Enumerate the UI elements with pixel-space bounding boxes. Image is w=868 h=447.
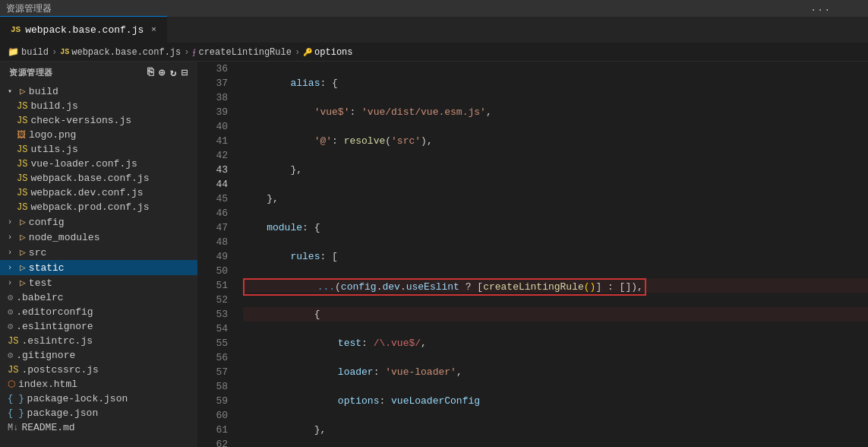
sidebar-header: 资源管理器 ⎘ ⊕ ↻ ⊟ [0,62,197,84]
code-line-44: { [243,307,868,322]
json-icon: { } [8,408,24,419]
line-numbers: 36 37 38 39 40 41 42 43 44 45 46 47 48 4… [197,62,235,447]
tab-bar: JS webpack.base.conf.js × [0,17,868,43]
tree-item-babelrc[interactable]: ⚙ .babelrc [0,290,197,305]
chevron-right-icon: › [8,233,17,242]
code-line-38: '@': resolve('src'), [243,134,868,148]
chevron-down-icon: ▾ [8,87,17,96]
code-editor[interactable]: alias: { 'vue$': 'vue/dist/vue.esm.js', … [235,62,868,447]
folder-icon: ▷ [20,216,26,228]
code-line-48: }, [243,423,868,437]
js-icon: JS [17,188,27,198]
folder-icon: ▷ [20,277,26,289]
chevron-right-icon: › [8,264,17,272]
chevron-right-icon: › [8,249,17,257]
dot-file-icon: ⚙ [8,350,13,361]
new-file-icon[interactable]: ⎘ [147,66,154,79]
editor-tab[interactable]: JS webpack.base.conf.js × [0,16,167,43]
tree-item-eslintrc[interactable]: JS .eslintrc.js [0,334,197,348]
json-icon: { } [8,394,24,404]
bc-func-icon: ⨍ [192,48,196,57]
tree-item-logo[interactable]: 🖼 logo.png [0,128,197,142]
tree-item-config[interactable]: › ▷ config [0,214,197,230]
code-line-47: options: vueLoaderConfig [243,394,868,408]
code-line-39: }, [243,163,868,177]
collapse-icon[interactable]: ⊟ [181,66,188,79]
tree-item-package-json[interactable]: { } package.json [0,406,197,420]
code-line-37: 'vue$': 'vue/dist/vue.esm.js', [243,105,868,119]
bc-js-icon: JS [60,48,69,56]
tree-item-src[interactable]: › ▷ src [0,245,197,260]
dot-file-icon: ⚙ [8,292,13,303]
breadcrumb-options[interactable]: 🔑 options [303,47,352,58]
tree-item-readme[interactable]: M↓ README.md [0,420,197,435]
code-line-40: }, [243,192,868,206]
md-icon: M↓ [8,423,18,433]
dot-file-icon: ⚙ [8,306,13,318]
folder-icon: ▷ [20,85,26,97]
chevron-right-icon: › [8,218,17,227]
js-icon: JS [17,159,27,170]
html-icon: ⬡ [8,379,15,390]
tree-item-gitignore[interactable]: ⚙ .gitignore [0,348,197,363]
code-container[interactable]: 36 37 38 39 40 41 42 43 44 45 46 47 48 4… [197,62,868,447]
code-line-46: loader: 'vue-loader', [243,365,868,379]
code-line-36: alias: { [243,76,868,90]
tree-item-static[interactable]: › ▷ static [0,260,197,275]
tab-close-button[interactable]: × [151,25,156,34]
tree-item-postcssrc[interactable]: JS .postcssrc.js [0,363,197,377]
sidebar: 资源管理器 ⎘ ⊕ ↻ ⊟ ▾ ▷ build JS build.js JS c… [0,62,197,447]
js-icon: JS [17,144,27,155]
code-line-42: rules: [ [243,249,868,264]
js-icon: JS [17,173,27,184]
main-layout: 资源管理器 ⎘ ⊕ ↻ ⊟ ▾ ▷ build JS build.js JS c… [0,62,868,447]
breadcrumb-file[interactable]: JS webpack.base.conf.js [60,47,181,58]
tree-item-package-lock[interactable]: { } package-lock.json [0,392,197,406]
tab-filename: webpack.base.conf.js [25,24,144,36]
js-icon: JS [17,202,27,213]
tree-item-node-modules[interactable]: › ▷ node_modules [0,230,197,245]
tab-js-icon: JS [11,25,21,34]
breadcrumb-build[interactable]: 📁 build [8,46,49,58]
tree-item-utils[interactable]: JS utils.js [0,142,197,157]
title-bar: 资源管理器 ... [0,0,868,17]
tree-item-index-html[interactable]: ⬡ index.html [0,377,197,392]
sidebar-title: 资源管理器 [9,67,53,78]
tree-item-build-js[interactable]: JS build.js [0,99,197,113]
tree-item-test[interactable]: › ▷ test [0,275,197,290]
sidebar-tree: ▾ ▷ build JS build.js JS check-versions.… [0,84,197,447]
dot-file-icon: ⚙ [8,321,13,332]
folder-icon: ▷ [20,246,26,258]
breadcrumb: 📁 build › JS webpack.base.conf.js › ⨍ cr… [0,43,868,62]
tree-item-webpack-prod[interactable]: JS webpack.prod.conf.js [0,200,197,214]
bc-key-icon: 🔑 [303,48,312,57]
folder-icon: ▷ [20,231,26,243]
tree-item-check-versions[interactable]: JS check-versions.js [0,113,197,128]
title-bar-dots: ... [810,3,832,14]
sidebar-actions: ⎘ ⊕ ↻ ⊟ [147,66,188,79]
image-icon: 🖼 [17,129,26,141]
js-icon: JS [17,116,27,126]
js-icon: JS [17,101,27,112]
tree-item-build[interactable]: ▾ ▷ build [0,84,197,99]
tree-item-webpack-dev[interactable]: JS webpack.dev.conf.js [0,185,197,200]
tree-item-vue-loader[interactable]: JS vue-loader.conf.js [0,157,197,171]
breadcrumb-func[interactable]: ⨍ createLintingRule [192,47,291,58]
refresh-icon[interactable]: ↻ [170,66,177,79]
code-line-45: test: /\.vue$/, [243,336,868,350]
js-icon: JS [8,336,18,347]
folder-icon: 📁 [8,46,19,58]
tree-item-webpack-base[interactable]: JS webpack.base.conf.js [0,171,197,185]
chevron-right-icon: › [8,279,17,287]
code-line-41: module: { [243,220,868,235]
new-folder-icon[interactable]: ⊕ [159,66,166,79]
title-bar-label: 资源管理器 [6,2,52,15]
editor-area: 36 37 38 39 40 41 42 43 44 45 46 47 48 4… [197,62,868,447]
code-line-43: ...(config.dev.useEslint ? [createLintin… [243,278,868,293]
js-icon: JS [8,365,18,376]
tree-item-editorconfig[interactable]: ⚙ .editorconfig [0,305,197,319]
tree-item-eslintignore[interactable]: ⚙ .eslintignore [0,319,197,334]
folder-icon: ▷ [20,262,26,274]
